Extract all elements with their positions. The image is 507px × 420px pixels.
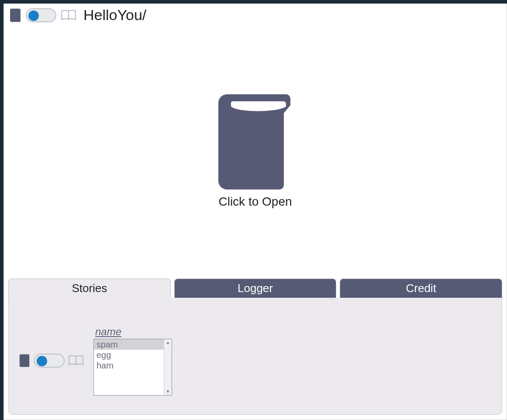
tab-label: Stories <box>72 282 107 295</box>
toggle-knob <box>37 356 47 366</box>
book-open-icon <box>67 353 85 368</box>
page-title: HelloYou/ <box>83 7 146 24</box>
tab-label: Logger <box>238 282 273 295</box>
book-closed-icon <box>8 7 22 23</box>
open-book-label: Click to Open <box>218 195 292 209</box>
header-bar: HelloYou/ <box>4 4 507 24</box>
tab-row: Stories Logger Credit <box>8 279 502 298</box>
story-listbox[interactable]: spam egg ham ▲ ▼ <box>93 339 172 396</box>
story-list-column: name spam egg ham ▲ ▼ <box>93 326 172 396</box>
view-toggle[interactable] <box>26 8 56 22</box>
scroll-up-icon[interactable]: ▲ <box>166 339 170 346</box>
listbox-scrollbar[interactable]: ▲ ▼ <box>164 339 172 395</box>
tab-label: Credit <box>406 282 436 295</box>
list-item-label: ham <box>97 361 114 370</box>
list-item-label: egg <box>97 350 111 360</box>
open-book-button[interactable] <box>216 90 295 190</box>
book-closed-icon <box>17 353 31 368</box>
list-item[interactable]: spam <box>94 339 164 350</box>
tab-body-stories: name spam egg ham ▲ ▼ <box>8 298 502 415</box>
toggle-knob <box>28 10 39 21</box>
tab-credit[interactable]: Credit <box>340 279 502 298</box>
list-item-label: spam <box>97 340 118 349</box>
bottom-panel: Stories Logger Credit <box>8 279 502 416</box>
story-view-toggle[interactable] <box>34 354 65 368</box>
list-item[interactable]: egg <box>94 350 164 360</box>
story-view-toggle-group <box>17 353 85 368</box>
tab-stories[interactable]: Stories <box>8 279 171 298</box>
book-open-icon <box>60 7 77 23</box>
list-item[interactable]: ham <box>94 360 164 371</box>
tab-logger[interactable]: Logger <box>174 279 337 298</box>
app-window: HelloYou/ Click to Open Stories Logger C… <box>3 3 507 420</box>
scroll-down-icon[interactable]: ▼ <box>166 388 170 395</box>
story-list-header: name <box>93 326 172 338</box>
main-area: Click to Open <box>4 24 507 269</box>
